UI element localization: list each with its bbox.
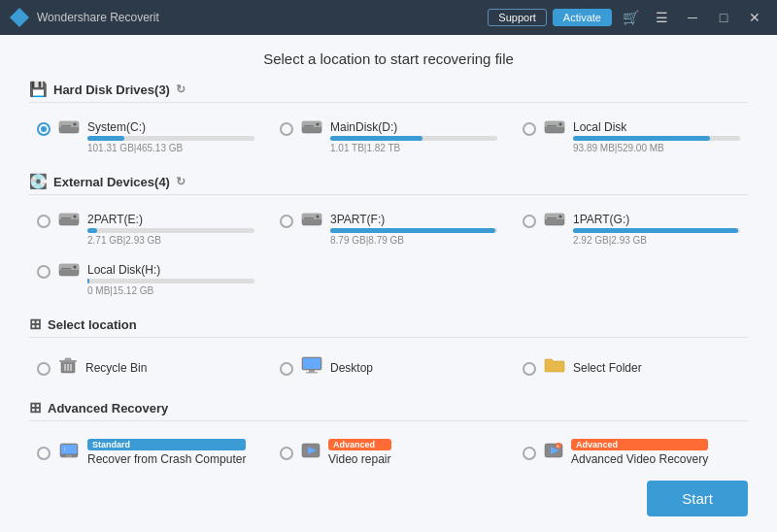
menu-icon[interactable]: ☰	[649, 5, 674, 30]
adv-content: Advanced Video repair	[328, 439, 391, 466]
disk-bar-fill	[573, 228, 738, 233]
disk-name: MainDisk(D:)	[330, 120, 497, 134]
usb-drive-icon	[58, 261, 80, 279]
adv-name: Advanced Video Recovery	[571, 452, 708, 466]
svg-rect-27	[61, 268, 71, 270]
external-header: 💽 External Devices(4) ↻	[29, 173, 748, 195]
radio-btn[interactable]	[280, 122, 293, 136]
svg-rect-37	[306, 372, 318, 374]
disk-info: 3PART(F:) 8.79 GB|8.79 GB	[330, 213, 497, 246]
close-icon[interactable]: ✕	[742, 5, 767, 30]
hdd-drive-icon	[544, 118, 565, 136]
hard-disk-item[interactable]: MainDisk(D:) 1.01 TB|1.82 TB	[272, 115, 505, 159]
disk-bar-fill	[87, 228, 97, 233]
external-item[interactable]: 3PART(F:) 8.79 GB|8.79 GB	[272, 207, 505, 251]
location-name: Recycle Bin	[85, 361, 147, 375]
disk-bar-fill	[330, 136, 422, 141]
disk-bar-bg	[330, 136, 497, 141]
advanced-header: ⊞ Advanced Recovery	[29, 399, 748, 421]
external-devices-section: 💽 External Devices(4) ↻ 2PART(E:) 2.71 G…	[29, 173, 748, 306]
location-label: Select location	[48, 317, 137, 332]
location-item[interactable]: Recycle Bin	[29, 349, 262, 385]
svg-rect-3	[61, 125, 71, 127]
svg-text:!: !	[64, 447, 65, 452]
advanced-type-icon	[301, 441, 321, 465]
disk-info: System(C:) 101.31 GB|465.13 GB	[87, 120, 254, 153]
adv-badge: Advanced	[328, 439, 391, 450]
location-name: Select Folder	[573, 361, 642, 375]
page-title: Select a location to start recovering fi…	[29, 35, 748, 81]
advanced-grid: ! Standard Recover from Crash Computer A…	[29, 429, 748, 476]
location-type-icon	[544, 356, 565, 379]
external-item[interactable]: 1PART(G:) 2.92 GB|2.93 GB	[515, 207, 748, 251]
radio-btn[interactable]	[37, 215, 51, 228]
radio-btn[interactable]	[523, 122, 536, 136]
cart-icon[interactable]: 🛒	[618, 5, 643, 30]
maximize-icon[interactable]: □	[711, 5, 736, 30]
app-title: Wondershare Recoverit	[37, 11, 488, 24]
radio-btn[interactable]	[280, 215, 293, 228]
radio-btn[interactable]	[37, 122, 51, 136]
svg-point-10	[559, 123, 562, 126]
advanced-section: ⊞ Advanced Recovery ! Standard Recover f…	[29, 399, 748, 476]
svg-point-22	[559, 216, 562, 218]
disk-info: Local Disk(H:) 0 MB|15.12 GB	[87, 263, 254, 296]
disk-info: 1PART(G:) 2.92 GB|2.93 GB	[573, 213, 740, 246]
hard-disk-item[interactable]: Local Disk 93.89 MB|529.00 MB	[515, 115, 748, 159]
disk-bar-bg	[330, 228, 497, 233]
advanced-item[interactable]: ! Standard Recover from Crash Computer	[29, 433, 262, 472]
disk-name: Local Disk	[573, 120, 740, 134]
adv-content: Standard Recover from Crash Computer	[87, 439, 246, 466]
hdd-drive-icon	[301, 118, 322, 136]
disk-bar-fill	[87, 136, 124, 141]
hard-disk-label: Hard Disk Drives(3)	[53, 83, 170, 97]
advanced-type-icon: A	[544, 441, 563, 465]
hard-disk-section: 💾 Hard Disk Drives(3) ↻ System(C:) 101.3…	[29, 81, 748, 163]
svg-rect-23	[547, 217, 557, 219]
external-refresh-icon[interactable]: ↻	[176, 175, 186, 188]
disk-name: Local Disk(H:)	[87, 263, 254, 277]
hard-disk-header: 💾 Hard Disk Drives(3) ↻	[29, 81, 748, 103]
radio-btn[interactable]	[523, 362, 536, 376]
advanced-type-icon: !	[58, 441, 80, 465]
activate-button[interactable]: Activate	[553, 9, 612, 26]
radio-btn[interactable]	[37, 362, 51, 376]
svg-point-2	[74, 123, 77, 126]
titlebar-buttons: Support Activate 🛒 ☰ ─ □ ✕	[488, 5, 767, 30]
disk-name: 1PART(G:)	[573, 213, 740, 226]
hard-disk-refresh-icon[interactable]: ↻	[176, 83, 186, 96]
radio-btn[interactable]	[523, 447, 536, 460]
svg-rect-15	[61, 217, 71, 219]
minimize-icon[interactable]: ─	[680, 5, 705, 30]
disk-info: MainDisk(D:) 1.01 TB|1.82 TB	[330, 120, 497, 153]
location-item[interactable]: Select Folder	[515, 349, 748, 385]
hard-disk-icon: 💾	[29, 81, 48, 98]
radio-btn[interactable]	[37, 265, 51, 279]
advanced-item[interactable]: Advanced Video repair	[272, 433, 505, 472]
svg-rect-35	[303, 358, 321, 369]
radio-btn[interactable]	[280, 447, 293, 460]
location-icon: ⊞	[29, 316, 42, 333]
svg-text:A: A	[557, 444, 559, 449]
external-item[interactable]: Local Disk(H:) 0 MB|15.12 GB	[29, 257, 262, 302]
disk-bar-fill	[87, 279, 89, 283]
radio-btn[interactable]	[523, 215, 536, 228]
hard-disk-item[interactable]: System(C:) 101.31 GB|465.13 GB	[29, 115, 262, 159]
external-icon: 💽	[29, 173, 48, 190]
start-button[interactable]: Start	[647, 481, 748, 516]
location-item[interactable]: Desktop	[272, 349, 505, 385]
external-item[interactable]: 2PART(E:) 2.71 GB|2.93 GB	[29, 207, 262, 251]
radio-btn[interactable]	[280, 362, 293, 376]
disk-bar-bg	[87, 228, 254, 233]
svg-point-18	[317, 216, 320, 218]
usb-drive-icon	[301, 211, 322, 228]
radio-btn[interactable]	[37, 447, 51, 460]
disk-bar-bg	[87, 279, 254, 283]
hard-disk-grid: System(C:) 101.31 GB|465.13 GB MainDisk(…	[29, 111, 748, 163]
support-button[interactable]: Support	[488, 9, 547, 26]
adv-badge: Advanced	[571, 439, 708, 450]
disk-size: 93.89 MB|529.00 MB	[573, 143, 740, 153]
svg-point-6	[317, 123, 320, 126]
advanced-item[interactable]: A Advanced Advanced Video Recovery	[515, 433, 748, 472]
advanced-label: Advanced Recovery	[48, 401, 168, 416]
